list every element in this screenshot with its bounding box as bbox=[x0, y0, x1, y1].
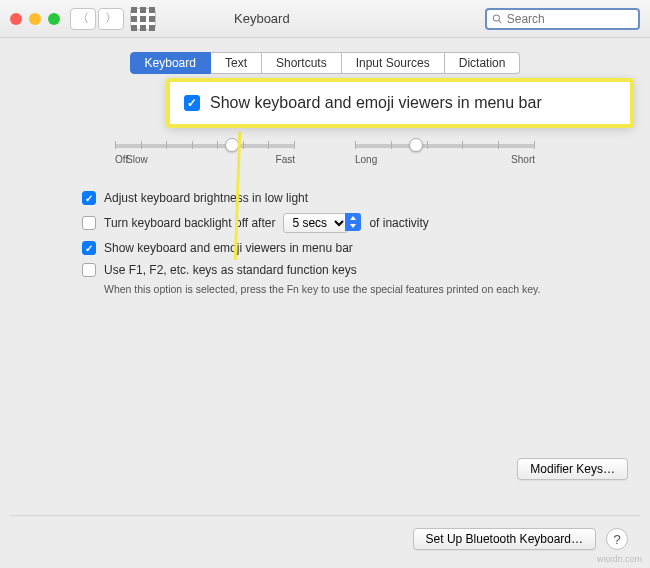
callout-checkbox[interactable] bbox=[184, 95, 200, 111]
svg-rect-6 bbox=[131, 25, 137, 31]
backlight-timeout-select[interactable]: 5 secs bbox=[283, 213, 348, 233]
tab-keyboard[interactable]: Keyboard bbox=[130, 52, 211, 74]
slider-label-short: Short bbox=[511, 154, 535, 165]
checkbox-brightness[interactable] bbox=[82, 191, 96, 205]
opt-emoji-viewer-label: Show keyboard and emoji viewers in menu … bbox=[104, 241, 353, 255]
search-input[interactable] bbox=[507, 12, 633, 26]
opt-backlight-post: of inactivity bbox=[369, 216, 428, 230]
window-controls bbox=[10, 13, 60, 25]
show-all-button[interactable] bbox=[130, 8, 156, 30]
search-icon bbox=[492, 13, 503, 25]
svg-point-9 bbox=[493, 14, 499, 20]
slider-label-slow: Slow bbox=[126, 154, 148, 165]
opt-emoji-viewer[interactable]: Show keyboard and emoji viewers in menu … bbox=[82, 241, 580, 255]
search-field[interactable] bbox=[485, 8, 640, 30]
opt-fn-keys[interactable]: Use F1, F2, etc. keys as standard functi… bbox=[82, 263, 580, 277]
close-icon[interactable] bbox=[10, 13, 22, 25]
callout-label: Show keyboard and emoji viewers in menu … bbox=[210, 94, 542, 112]
footer: Set Up Bluetooth Keyboard… ? bbox=[413, 528, 628, 550]
svg-rect-5 bbox=[149, 16, 155, 22]
svg-rect-1 bbox=[140, 7, 146, 13]
slider-label-fast: Fast bbox=[276, 154, 295, 165]
watermark: wsxdn.com bbox=[597, 554, 642, 564]
svg-rect-8 bbox=[149, 25, 155, 31]
checkbox-backlight[interactable] bbox=[82, 216, 96, 230]
svg-rect-7 bbox=[140, 25, 146, 31]
options-panel: Adjust keyboard brightness in low light … bbox=[0, 173, 650, 295]
minimize-icon[interactable] bbox=[29, 13, 41, 25]
svg-line-10 bbox=[499, 20, 502, 23]
grid-icon bbox=[131, 7, 155, 31]
back-button[interactable]: 〈 bbox=[70, 8, 96, 30]
opt-backlight-pre: Turn keyboard backlight off after bbox=[104, 216, 275, 230]
slider-thumb[interactable] bbox=[409, 138, 423, 152]
tab-input-sources[interactable]: Input Sources bbox=[342, 52, 445, 74]
slider-label-long: Long bbox=[355, 154, 377, 165]
tab-shortcuts[interactable]: Shortcuts bbox=[262, 52, 342, 74]
select-arrows-icon bbox=[345, 213, 361, 231]
delay-slider[interactable]: Long Short bbox=[355, 144, 535, 165]
zoom-icon[interactable] bbox=[48, 13, 60, 25]
checkbox-emoji-viewer[interactable] bbox=[82, 241, 96, 255]
slider-thumb[interactable] bbox=[225, 138, 239, 152]
window-title: Keyboard bbox=[234, 11, 290, 26]
fn-keys-help: When this option is selected, press the … bbox=[104, 283, 580, 295]
tab-text[interactable]: Text bbox=[211, 52, 262, 74]
key-repeat-slider[interactable]: Off Slow Fast bbox=[115, 144, 295, 165]
opt-backlight[interactable]: Turn keyboard backlight off after 5 secs… bbox=[82, 213, 580, 233]
opt-fn-keys-label: Use F1, F2, etc. keys as standard functi… bbox=[104, 263, 357, 277]
divider bbox=[10, 515, 640, 516]
opt-brightness[interactable]: Adjust keyboard brightness in low light bbox=[82, 191, 580, 205]
opt-brightness-label: Adjust keyboard brightness in low light bbox=[104, 191, 308, 205]
checkbox-fn-keys[interactable] bbox=[82, 263, 96, 277]
forward-button[interactable]: 〉 bbox=[98, 8, 124, 30]
svg-rect-2 bbox=[149, 7, 155, 13]
bluetooth-keyboard-button[interactable]: Set Up Bluetooth Keyboard… bbox=[413, 528, 596, 550]
svg-rect-3 bbox=[131, 16, 137, 22]
svg-rect-0 bbox=[131, 7, 137, 13]
help-button[interactable]: ? bbox=[606, 528, 628, 550]
modifier-keys-button[interactable]: Modifier Keys… bbox=[517, 458, 628, 480]
highlight-callout: Show keyboard and emoji viewers in menu … bbox=[166, 78, 634, 128]
nav-buttons: 〈 〉 bbox=[70, 8, 124, 30]
svg-rect-4 bbox=[140, 16, 146, 22]
tab-bar: Keyboard Text Shortcuts Input Sources Di… bbox=[0, 38, 650, 80]
tab-dictation[interactable]: Dictation bbox=[445, 52, 521, 74]
titlebar: 〈 〉 Keyboard bbox=[0, 0, 650, 38]
